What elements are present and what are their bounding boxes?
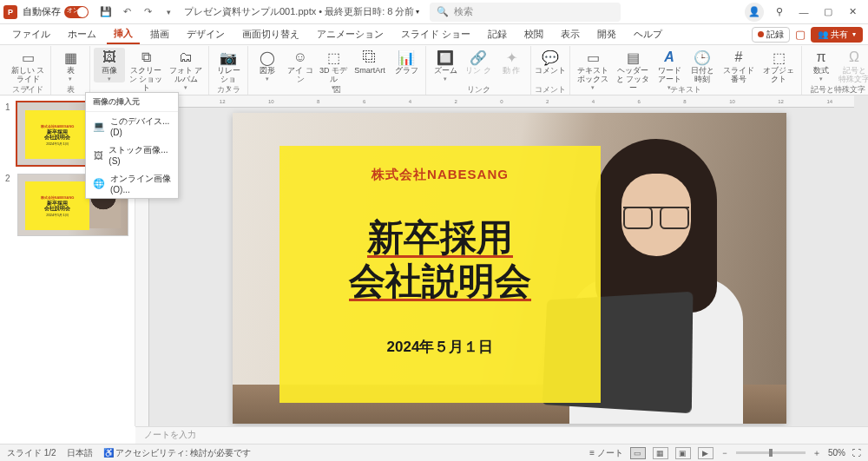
chart-button[interactable]: 📊グラフ <box>391 48 422 76</box>
company-name: 株式会社NABESANG <box>372 167 509 183</box>
object-button[interactable]: ⬚オブジェクト <box>760 48 798 84</box>
share-button[interactable]: 👥共有▾ <box>811 27 863 43</box>
chart-icon: 📊 <box>398 48 415 67</box>
save-icon[interactable]: 💾 <box>98 4 114 20</box>
photo-album-icon: 🗂 <box>179 48 193 67</box>
zoom-in-button[interactable]: ＋ <box>812 447 821 459</box>
sorter-view-button[interactable]: ▦ <box>653 447 668 459</box>
file-title: プレゼン資料サンプル001.pptx • 最終更新日時: 8 分前 <box>184 5 414 18</box>
minimize-button[interactable]: ― <box>792 3 816 22</box>
screenshot-icon: ⧉ <box>141 48 151 67</box>
smartart-icon: ⿻ <box>363 48 377 67</box>
smartart-button[interactable]: ⿻SmartArt <box>351 48 389 76</box>
tab-animations[interactable]: アニメーション <box>310 25 391 43</box>
title-bar: P 自動保存 オン 💾 ↶ ↷ ▾ プレゼン資料サンプル001.pptx • 最… <box>0 0 868 24</box>
slidenum-button[interactable]: #スライド番号 <box>720 48 758 84</box>
device-icon: 💻 <box>93 121 105 133</box>
dropdown-item-stock-images[interactable]: 🖼ストック画像...(S) <box>86 141 178 169</box>
link-icon: 🔗 <box>470 48 487 67</box>
textbox-icon: ▭ <box>587 48 600 67</box>
qat-dropdown-icon[interactable]: ▾ <box>161 4 176 20</box>
tab-slideshow[interactable]: スライド ショー <box>394 25 477 43</box>
image-insert-dropdown: 画像の挿入元 💻このデバイス...(D) 🖼ストック画像...(S) 🌐オンライ… <box>85 92 179 199</box>
textbox-button[interactable]: ▭テキスト ボックス▾ <box>574 48 612 91</box>
tab-review[interactable]: 校閲 <box>517 25 550 43</box>
title-dropdown-icon[interactable]: ▾ <box>416 8 419 16</box>
thumb-number: 1 <box>5 102 14 165</box>
headline-1: 新卒採用 <box>367 216 513 260</box>
autosave-toggle[interactable]: オン <box>64 6 89 18</box>
tab-draw[interactable]: 描画 <box>143 25 176 43</box>
tab-view[interactable]: 表示 <box>554 25 587 43</box>
dropdown-header: 画像の挿入元 <box>86 93 178 112</box>
wordart-icon: A <box>664 48 674 67</box>
undo-icon[interactable]: ↶ <box>119 4 135 20</box>
equation-button[interactable]: π数式▾ <box>806 48 837 82</box>
notes-toggle[interactable]: ≡ ノート <box>589 447 623 459</box>
search-input[interactable]: 🔍 検索 <box>430 3 621 22</box>
account-icon[interactable]: 👤 <box>745 3 764 22</box>
share-icon: 👥 <box>818 30 828 39</box>
action-button[interactable]: ✦動 作 <box>496 48 527 76</box>
table-icon: ▦ <box>64 48 77 67</box>
thumb-number: 2 <box>5 174 14 236</box>
record-dot-icon <box>758 31 764 37</box>
close-button[interactable]: ✕ <box>840 3 865 22</box>
tab-insert[interactable]: 挿入 <box>107 24 140 44</box>
tab-help[interactable]: ヘルプ <box>627 25 669 43</box>
autosave-label: 自動保存 <box>23 5 61 18</box>
record-pill[interactable]: 記録 <box>752 27 790 43</box>
notes-pane[interactable]: ノートを入力 <box>135 426 868 444</box>
language-status[interactable]: 日本語 <box>67 447 93 459</box>
present-icon[interactable]: ▢ <box>795 28 806 41</box>
zoom-level[interactable]: 50% <box>828 448 845 458</box>
camera-icon: 📷 <box>220 48 237 67</box>
comment-icon: 💬 <box>542 48 559 67</box>
normal-view-button[interactable]: ▭ <box>630 447 646 459</box>
accessibility-status[interactable]: ♿ アクセシビリティ: 検討が必要です <box>103 447 251 459</box>
powerpoint-icon: P <box>3 5 17 19</box>
dropdown-item-online-images[interactable]: 🌐オンライン画像(O)... <box>86 169 178 198</box>
redo-icon[interactable]: ↷ <box>140 4 155 20</box>
table-button[interactable]: ▦表▾ <box>55 48 86 82</box>
icons-icon: ☺ <box>293 48 307 67</box>
comment-button[interactable]: 💬コメント <box>535 48 566 76</box>
tab-record[interactable]: 記録 <box>481 25 514 43</box>
tab-developer[interactable]: 開発 <box>590 25 623 43</box>
tab-transitions[interactable]: 画面切り替え <box>235 25 306 43</box>
ruler-horizontal: 141210864202468101214 <box>149 95 854 108</box>
maximize-button[interactable]: ▢ <box>816 3 840 22</box>
search-icon: 🔍 <box>437 6 449 17</box>
yellow-text-block[interactable]: 株式会社NABESANG 新卒採用 会社説明会 2024年５月１日 <box>279 146 601 403</box>
ribbon-insert: ▭新しい スライド▾ スライド ▦表▾ 表 🖼画像▾ ⧉スクリーン ショット▾ … <box>0 45 868 95</box>
photo-album-button[interactable]: 🗂フォト アルバム▾ <box>167 48 205 91</box>
icons-button[interactable]: ☺アイ コン <box>285 48 316 84</box>
symbol-button[interactable]: Ω記号と 特殊文字 <box>838 48 868 84</box>
slide-canvas-area: 141210864202468101214 株式会社NABESANG 新卒採用 … <box>135 95 868 426</box>
slide-position: スライド 1/2 <box>7 447 56 459</box>
headline-2: 会社説明会 <box>349 260 531 303</box>
link-button[interactable]: 🔗リン ク <box>463 48 494 76</box>
symbol-icon: Ω <box>849 48 859 67</box>
reading-view-button[interactable]: ▣ <box>675 447 691 459</box>
headerfooter-button[interactable]: ▤ヘッダーと フッター <box>614 48 652 93</box>
stock-icon: 🖼 <box>93 149 103 161</box>
datetime-button[interactable]: 🕒日付と 時刻 <box>687 48 718 84</box>
tab-file[interactable]: ファイル <box>5 25 57 43</box>
fit-window-button[interactable]: ⛶ <box>852 448 861 458</box>
slide-editor[interactable]: 株式会社NABESANG 新卒採用 会社説明会 2024年５月１日 <box>233 113 786 424</box>
tab-home[interactable]: ホーム <box>61 25 103 43</box>
image-button[interactable]: 🖼画像▾ <box>94 48 125 82</box>
zoom-button[interactable]: 🔲ズーム▾ <box>430 48 461 82</box>
slideshow-view-button[interactable]: ▶ <box>698 447 713 459</box>
zoom-out-button[interactable]: － <box>720 447 729 459</box>
shapes-button[interactable]: ◯図形▾ <box>252 48 283 82</box>
dropdown-item-this-device[interactable]: 💻このデバイス...(D) <box>86 112 178 141</box>
image-icon: 🖼 <box>102 48 116 67</box>
tab-design[interactable]: デザイン <box>180 25 232 43</box>
coming-soon-icon[interactable]: ⚲ <box>767 3 792 22</box>
action-icon: ✦ <box>506 48 517 67</box>
equation-icon: π <box>816 48 825 67</box>
zoom-slider[interactable] <box>736 451 806 454</box>
new-slide-icon: ▭ <box>22 48 35 67</box>
